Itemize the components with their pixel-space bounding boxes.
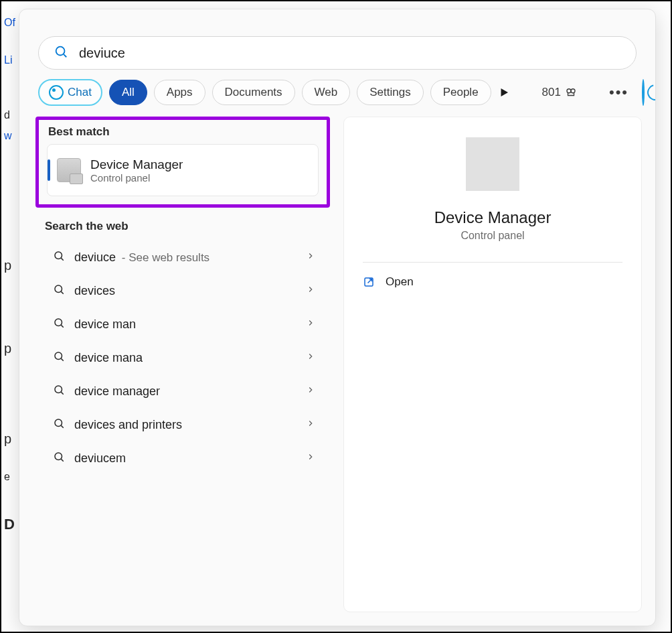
divider — [363, 262, 622, 263]
search-bar — [38, 36, 637, 70]
filter-settings-label: Settings — [369, 86, 410, 99]
search-icon — [53, 451, 65, 466]
filter-people-label: People — [443, 86, 479, 99]
svg-line-15 — [61, 425, 63, 427]
filter-settings[interactable]: Settings — [357, 80, 423, 105]
search-icon — [53, 384, 65, 399]
filter-documents-label: Documents — [225, 86, 282, 99]
filter-documents[interactable]: Documents — [212, 80, 295, 105]
rewards-icon — [565, 86, 577, 98]
bg-text: w — [4, 131, 12, 141]
search-icon — [54, 44, 68, 62]
web-suggestion[interactable]: device manager — [44, 375, 322, 407]
more-filters-button[interactable] — [498, 84, 510, 100]
bg-text: Of — [4, 17, 15, 28]
svg-line-17 — [61, 459, 63, 461]
search-input[interactable] — [78, 45, 621, 62]
action-open[interactable]: Open — [357, 267, 628, 297]
svg-line-11 — [61, 358, 63, 360]
web-suggestion[interactable]: devices — [44, 275, 322, 307]
svg-point-2 — [567, 89, 571, 93]
detail-panel: Device Manager Control panel Open — [343, 117, 642, 612]
chevron-right-icon — [306, 452, 315, 464]
rewards-points-value: 801 — [542, 86, 561, 99]
svg-point-16 — [55, 453, 62, 460]
filter-web[interactable]: Web — [302, 80, 351, 105]
filter-apps-label: Apps — [167, 86, 193, 99]
detail-app-icon — [466, 137, 519, 191]
web-suggestion[interactable]: device man — [44, 308, 322, 340]
rewards-points[interactable]: 801 — [542, 86, 577, 99]
action-open-label: Open — [386, 275, 414, 289]
web-suggestion-label: device mana — [74, 351, 306, 365]
chevron-right-icon — [306, 385, 315, 397]
annotation-highlight: Best match Device Manager Control panel — [35, 117, 330, 208]
best-match-result[interactable]: Device Manager Control panel — [47, 144, 319, 196]
web-suggestion-label: deviucem — [74, 451, 306, 466]
chevron-right-icon — [306, 285, 315, 297]
search-icon — [53, 417, 65, 432]
web-suggestion-label: devices — [74, 284, 306, 298]
filter-all[interactable]: All — [109, 80, 147, 105]
chevron-right-icon — [306, 251, 315, 263]
search-icon — [53, 350, 65, 365]
web-suggestion-label: deviuce - See web results — [74, 251, 306, 265]
svg-point-0 — [56, 47, 65, 56]
more-options-button[interactable]: ••• — [609, 82, 628, 102]
chevron-right-icon — [306, 318, 315, 330]
svg-point-4 — [55, 252, 62, 259]
svg-point-6 — [55, 285, 62, 293]
svg-line-1 — [64, 54, 66, 57]
web-suggestion-label: device manager — [74, 384, 306, 399]
device-manager-icon — [57, 158, 81, 182]
search-icon — [53, 283, 65, 298]
bg-text: Li — [4, 55, 12, 66]
filter-all-label: All — [122, 86, 135, 99]
chevron-right-icon — [306, 419, 315, 431]
web-suggestion[interactable]: deviucem — [44, 442, 322, 474]
web-suggestion-suffix: - See web results — [118, 251, 209, 264]
filter-people[interactable]: People — [430, 80, 491, 105]
svg-line-5 — [61, 258, 63, 260]
section-search-web: Search the web — [45, 220, 330, 233]
svg-point-8 — [55, 319, 62, 326]
results-left: Best match Device Manager Control panel … — [35, 117, 330, 612]
bg-text: e — [4, 472, 10, 482]
filter-row: Chat All Apps Documents Web Settings Peo… — [38, 79, 637, 106]
content-area: Best match Device Manager Control panel … — [35, 117, 642, 612]
chevron-right-icon — [306, 352, 315, 364]
svg-line-9 — [61, 325, 63, 327]
bg-text: d — [4, 110, 10, 121]
bing-chat-button[interactable] — [642, 79, 645, 106]
bg-text: D — [4, 517, 15, 532]
svg-line-7 — [61, 291, 63, 293]
filter-chat[interactable]: Chat — [38, 79, 102, 106]
web-suggestion[interactable]: devices and printers — [44, 409, 322, 441]
detail-subtitle: Control panel — [460, 230, 524, 242]
section-best-match: Best match — [48, 125, 327, 139]
web-suggestions-list: deviuce - See web resultsdevicesdevice m… — [35, 240, 330, 476]
filter-chat-label: Chat — [68, 86, 92, 99]
filter-apps[interactable]: Apps — [154, 80, 205, 105]
web-suggestion[interactable]: device mana — [44, 342, 322, 374]
search-icon — [53, 317, 65, 332]
svg-point-10 — [55, 352, 62, 360]
windows-search-window: Chat All Apps Documents Web Settings Peo… — [19, 9, 656, 626]
svg-point-14 — [55, 419, 62, 427]
web-suggestion-label: device man — [74, 318, 306, 332]
svg-point-3 — [571, 89, 575, 93]
bg-text: p — [4, 432, 11, 445]
bg-text: p — [4, 259, 11, 272]
svg-point-12 — [55, 386, 62, 393]
bing-icon — [49, 85, 64, 100]
search-icon — [53, 250, 65, 265]
best-match-title: Device Manager — [90, 157, 183, 172]
svg-line-13 — [61, 392, 63, 394]
web-suggestion[interactable]: deviuce - See web results — [44, 241, 322, 273]
best-match-subtitle: Control panel — [90, 172, 183, 184]
web-suggestion-label: devices and printers — [74, 418, 306, 432]
detail-title: Device Manager — [434, 208, 552, 227]
bg-text: p — [4, 342, 11, 355]
filter-web-label: Web — [315, 86, 338, 99]
open-external-icon — [363, 276, 375, 288]
